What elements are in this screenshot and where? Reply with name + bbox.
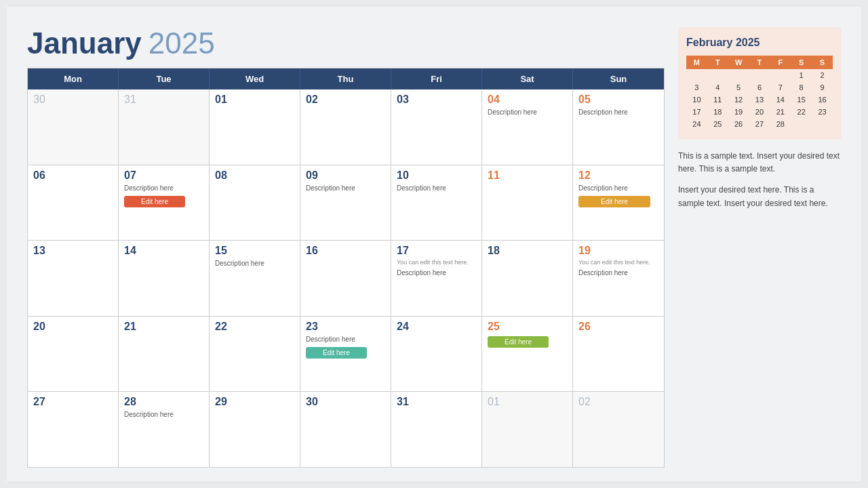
mini-cal-cell: 21 xyxy=(770,106,791,118)
cal-cell: 14 xyxy=(119,241,210,316)
day-number: 13 xyxy=(33,245,113,257)
cal-row-2: 131415Description here1617You can edit t… xyxy=(28,241,664,317)
cal-cell: 19You can edit this text here.Descriptio… xyxy=(573,241,664,316)
cal-cell: 24 xyxy=(391,317,482,392)
sample-text-paragraph: This is a sample text. Insert your desir… xyxy=(678,150,841,176)
mini-cal-cell: 7 xyxy=(770,81,791,94)
day-number: 27 xyxy=(33,396,113,408)
main-title: January2025 xyxy=(27,27,665,60)
calendar-header: MonTueWedThuFriSatSun xyxy=(28,68,664,89)
mini-cal-cell xyxy=(791,118,812,130)
calendar-body: 303101020304Description here05Descriptio… xyxy=(28,89,664,467)
mini-cal-row: 12 xyxy=(686,69,833,81)
mini-cal-cell xyxy=(686,69,707,81)
mini-cal-cell: 28 xyxy=(770,118,791,130)
description-text: Description here xyxy=(397,184,476,192)
mini-cal-cell: 22 xyxy=(791,106,812,118)
cal-cell: 07Description hereEdit here xyxy=(119,165,210,241)
cal-cell: 12Description hereEdit here xyxy=(573,165,664,241)
mini-cal-cell: 19 xyxy=(728,106,749,118)
day-number: 25 xyxy=(488,321,567,333)
mini-cal-header-cell: F xyxy=(770,56,791,69)
mini-cal-header-cell: W xyxy=(728,56,749,69)
mini-cal-row: 17181920212223 xyxy=(686,106,833,118)
cal-cell: 31 xyxy=(391,392,482,467)
cal-cell: 18 xyxy=(482,241,573,316)
mini-cal-cell: 26 xyxy=(728,118,749,130)
description-text: Description here xyxy=(578,184,658,192)
day-number: 01 xyxy=(488,396,567,408)
mini-cal-row: 2425262728 xyxy=(686,118,833,130)
mini-cal-cell: 6 xyxy=(749,81,770,94)
year-label: 2025 xyxy=(149,26,215,60)
day-number: 31 xyxy=(124,94,203,106)
month-label: January xyxy=(27,26,142,60)
description-text: Description here xyxy=(488,108,567,117)
mini-cal-title: February 2025 xyxy=(686,37,833,49)
day-number: 21 xyxy=(124,321,203,333)
day-number: 24 xyxy=(397,321,476,333)
day-number: 17 xyxy=(397,245,476,257)
mini-cal-cell: 11 xyxy=(707,94,728,106)
edit-button[interactable]: Edit here xyxy=(124,196,185,207)
mini-calendar-table: MTWTFSS 12345678910111213141516171819202… xyxy=(686,56,833,130)
small-note: You can edit this text here. xyxy=(578,259,658,266)
edit-button[interactable]: Edit here xyxy=(306,347,367,359)
edit-button[interactable]: Edit here xyxy=(488,336,549,348)
mini-cal-header-cell: T xyxy=(707,56,728,69)
cal-cell: 17You can edit this text here.Descriptio… xyxy=(391,241,482,316)
cal-cell: 13 xyxy=(28,241,119,316)
mini-cal-cell: 1 xyxy=(791,69,812,81)
cal-header-cell-mon: Mon xyxy=(28,68,119,89)
cal-cell: 01 xyxy=(482,392,573,467)
mini-cal-cell: 13 xyxy=(749,94,770,106)
mini-cal-tbody: 1234567891011121314151617181920212223242… xyxy=(686,69,833,130)
day-number: 20 xyxy=(33,321,113,333)
mini-cal-cell: 20 xyxy=(749,106,770,118)
day-number: 23 xyxy=(306,321,385,333)
mini-cal-cell: 14 xyxy=(770,94,791,106)
cal-cell: 29 xyxy=(210,392,300,467)
description-text: Description here xyxy=(306,335,385,344)
cal-header-cell-wed: Wed xyxy=(210,68,300,89)
day-number: 16 xyxy=(306,245,385,257)
day-number: 26 xyxy=(578,321,658,333)
cal-cell: 30 xyxy=(28,89,119,165)
day-number: 10 xyxy=(397,169,476,182)
day-number: 02 xyxy=(578,396,658,408)
mini-cal-cell: 15 xyxy=(791,94,812,106)
day-number: 12 xyxy=(578,169,658,182)
cal-cell: 06 xyxy=(28,165,119,241)
day-number: 06 xyxy=(33,169,113,182)
day-number: 02 xyxy=(306,94,385,106)
day-number: 31 xyxy=(397,396,476,408)
mini-cal-header-cell: S xyxy=(812,56,833,69)
edit-button[interactable]: Edit here xyxy=(578,196,650,207)
sample-text-paragraph: Insert your desired text here. This is a… xyxy=(678,184,841,209)
cal-cell: 31 xyxy=(119,89,210,165)
cal-cell: 30 xyxy=(300,392,391,467)
mini-cal-cell xyxy=(770,69,791,81)
description-text: Description here xyxy=(578,108,658,117)
day-number: 29 xyxy=(215,396,294,408)
mini-cal-cell: 27 xyxy=(749,118,770,130)
cal-cell: 23Description hereEdit here xyxy=(300,317,391,392)
mini-cal-cell: 17 xyxy=(686,106,707,118)
cal-header-cell-sat: Sat xyxy=(482,68,573,89)
cal-header-cell-sun: Sun xyxy=(573,68,664,89)
day-number: 03 xyxy=(397,94,476,106)
cal-cell: 02 xyxy=(573,392,664,467)
cal-row-4: 2728Description here2930310102 xyxy=(28,392,664,467)
day-number: 08 xyxy=(215,169,294,182)
mini-cal-cell: 12 xyxy=(728,94,749,106)
day-number: 04 xyxy=(488,94,567,106)
mini-cal-cell: 25 xyxy=(707,118,728,130)
mini-cal-cell: 16 xyxy=(812,94,833,106)
cal-cell: 09Description here xyxy=(300,165,391,241)
mini-cal-cell xyxy=(707,69,728,81)
day-number: 05 xyxy=(578,94,658,106)
mini-cal-cell: 23 xyxy=(812,106,833,118)
day-number: 28 xyxy=(124,396,203,408)
description-text: Description here xyxy=(306,184,385,192)
cal-cell: 26 xyxy=(573,317,664,392)
